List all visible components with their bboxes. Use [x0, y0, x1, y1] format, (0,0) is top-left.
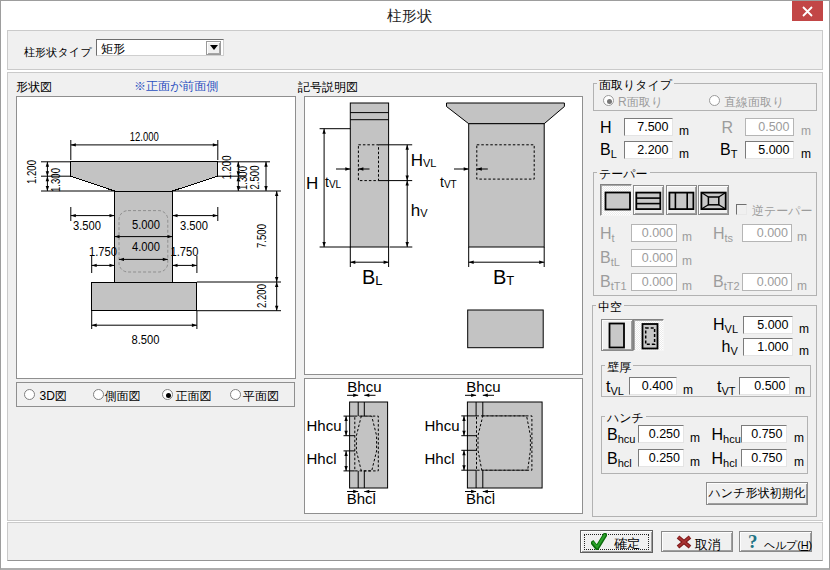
svg-text:Bhcu: Bhcu	[347, 378, 381, 395]
svg-text:Hhcu: Hhcu	[425, 417, 460, 434]
svg-text:12.000: 12.000	[130, 130, 159, 144]
svg-text:Bhcl: Bhcl	[466, 490, 495, 507]
svg-text:Hhcl: Hhcl	[307, 450, 337, 467]
svg-text:H: H	[306, 174, 318, 193]
svg-text:5.000: 5.000	[132, 218, 160, 232]
svg-text:2.500: 2.500	[248, 165, 262, 189]
svg-text:tVL: tVL	[325, 174, 342, 190]
svg-text:7.500: 7.500	[255, 224, 269, 248]
svg-text:3.500: 3.500	[180, 219, 208, 233]
svg-text:1.200: 1.200	[25, 160, 39, 184]
svg-text:1.750: 1.750	[89, 245, 117, 259]
svg-text:1.750: 1.750	[171, 245, 199, 259]
svg-text:2.200: 2.200	[255, 284, 269, 308]
svg-text:Hhcl: Hhcl	[425, 450, 455, 467]
svg-text:1.200: 1.200	[220, 155, 234, 179]
svg-text:8.500: 8.500	[132, 333, 160, 347]
svg-text:1.300: 1.300	[49, 168, 63, 192]
svg-text:3.500: 3.500	[73, 219, 101, 233]
svg-text:BT: BT	[493, 266, 514, 288]
svg-text:tVT: tVT	[440, 174, 457, 190]
svg-text:Bhcl: Bhcl	[347, 490, 376, 507]
svg-text:BL: BL	[362, 266, 383, 288]
svg-text:Hhcu: Hhcu	[307, 417, 342, 434]
svg-text:HVL: HVL	[411, 151, 437, 170]
svg-text:4.000: 4.000	[132, 240, 160, 254]
svg-text:Bhcu: Bhcu	[466, 378, 500, 395]
svg-text:hV: hV	[411, 201, 428, 220]
